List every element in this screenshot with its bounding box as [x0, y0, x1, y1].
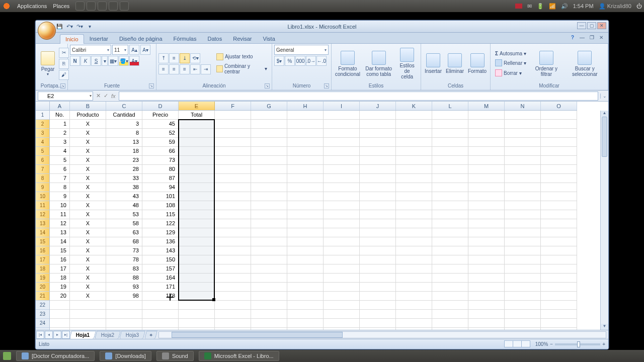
cell[interactable] — [324, 219, 360, 228]
help-icon[interactable]: ? — [569, 34, 577, 41]
cell[interactable] — [324, 183, 360, 192]
cell[interactable] — [432, 120, 468, 129]
cell[interactable] — [505, 328, 541, 330]
cell[interactable] — [396, 165, 432, 174]
align-center[interactable]: ≡ — [169, 64, 179, 74]
cell[interactable] — [179, 192, 215, 201]
cell[interactable] — [287, 120, 324, 129]
cell[interactable] — [432, 264, 468, 274]
cell[interactable] — [468, 319, 505, 328]
row-header[interactable]: 21 — [36, 292, 49, 301]
cell[interactable]: 122 — [142, 219, 179, 228]
titlebar[interactable]: 💾 ↶▾ ↷▾ ▾ Libro1.xlsx - Microsoft Excel … — [36, 21, 608, 33]
cell[interactable]: X — [70, 138, 106, 147]
formula-input[interactable] — [119, 92, 598, 101]
cell[interactable] — [360, 264, 396, 274]
cell[interactable] — [541, 174, 577, 183]
cell[interactable] — [468, 156, 505, 165]
cell[interactable] — [541, 210, 577, 219]
col-header-B[interactable]: B — [70, 102, 106, 110]
cell[interactable] — [505, 255, 541, 264]
cell[interactable] — [360, 174, 396, 183]
cell[interactable] — [215, 292, 251, 301]
cell[interactable] — [251, 274, 287, 283]
cell[interactable] — [432, 201, 468, 210]
cell[interactable] — [505, 210, 541, 219]
cell[interactable] — [541, 219, 577, 228]
cell[interactable] — [287, 174, 324, 183]
cell[interactable] — [396, 192, 432, 201]
cell[interactable]: 157 — [142, 264, 179, 274]
cell[interactable] — [396, 174, 432, 183]
cell[interactable]: X — [70, 283, 106, 292]
cell[interactable] — [179, 156, 215, 165]
cell[interactable] — [287, 228, 324, 237]
firefox-icon[interactable] — [75, 2, 85, 11]
cell[interactable] — [468, 264, 505, 274]
cell[interactable]: 68 — [106, 237, 142, 246]
cell[interactable]: X — [70, 246, 106, 255]
cell[interactable] — [432, 301, 468, 310]
cell[interactable] — [215, 219, 251, 228]
cell[interactable]: 13 — [50, 228, 70, 237]
cell[interactable] — [468, 210, 505, 219]
cell[interactable] — [215, 328, 251, 330]
maximize-button[interactable]: ▢ — [587, 22, 596, 29]
network-icon[interactable]: 📶 — [549, 3, 556, 10]
sheet-tab-2[interactable]: Hoja2 — [95, 331, 121, 339]
cell[interactable]: 53 — [106, 210, 142, 219]
align-left[interactable]: ≡ — [158, 64, 169, 74]
cell[interactable] — [396, 201, 432, 210]
cell[interactable] — [541, 129, 577, 138]
cell[interactable] — [396, 129, 432, 138]
cell[interactable]: 6 — [50, 165, 70, 174]
cell[interactable] — [541, 183, 577, 192]
tab-formulas[interactable]: Fórmulas — [168, 34, 202, 43]
cell[interactable]: 83 — [106, 264, 142, 274]
row-header[interactable]: 4 — [36, 138, 49, 147]
cell[interactable] — [106, 310, 142, 319]
cell[interactable] — [251, 138, 287, 147]
places-menu[interactable]: Places — [50, 3, 72, 9]
clock[interactable]: 1:54 PM — [573, 3, 594, 9]
minimize-button[interactable]: ― — [577, 22, 586, 29]
cell[interactable] — [432, 219, 468, 228]
cell[interactable] — [360, 319, 396, 328]
cell[interactable] — [179, 283, 215, 292]
cell[interactable] — [396, 283, 432, 292]
cell[interactable] — [179, 255, 215, 264]
cell[interactable] — [468, 292, 505, 301]
cell[interactable]: 80 — [142, 165, 179, 174]
cell[interactable] — [396, 246, 432, 255]
cells-area[interactable]: No.ProductoCantidadPrecioTotal1X3452X852… — [50, 111, 608, 330]
cell[interactable]: 178 — [142, 292, 179, 301]
cell[interactable]: 164 — [142, 274, 179, 283]
align-top[interactable]: ⤒ — [158, 53, 169, 63]
cancel-formula[interactable]: ✕ — [96, 93, 101, 99]
cell[interactable]: 5 — [50, 156, 70, 165]
cell[interactable]: X — [70, 237, 106, 246]
cell[interactable] — [324, 255, 360, 264]
cell[interactable] — [505, 165, 541, 174]
col-header-N[interactable]: N — [505, 102, 541, 110]
cell[interactable] — [396, 237, 432, 246]
grow-font[interactable]: A▴ — [129, 45, 139, 55]
cell[interactable] — [360, 292, 396, 301]
cell[interactable] — [505, 147, 541, 156]
cell[interactable]: 28 — [106, 165, 142, 174]
cell[interactable] — [432, 147, 468, 156]
row-header[interactable]: 5 — [36, 147, 49, 156]
tab-nav-next[interactable]: ▸ — [53, 331, 61, 339]
cell[interactable] — [215, 201, 251, 210]
cell[interactable] — [251, 219, 287, 228]
row-header[interactable]: 6 — [36, 156, 49, 165]
cell[interactable] — [468, 219, 505, 228]
orientation[interactable]: ⟲▾ — [190, 53, 200, 63]
cell[interactable] — [70, 301, 106, 310]
cell[interactable] — [396, 301, 432, 310]
select-all-corner[interactable] — [36, 102, 50, 111]
cell[interactable]: Precio — [142, 111, 179, 120]
row-header[interactable]: 8 — [36, 174, 49, 183]
cell[interactable] — [179, 201, 215, 210]
cell[interactable] — [360, 246, 396, 255]
